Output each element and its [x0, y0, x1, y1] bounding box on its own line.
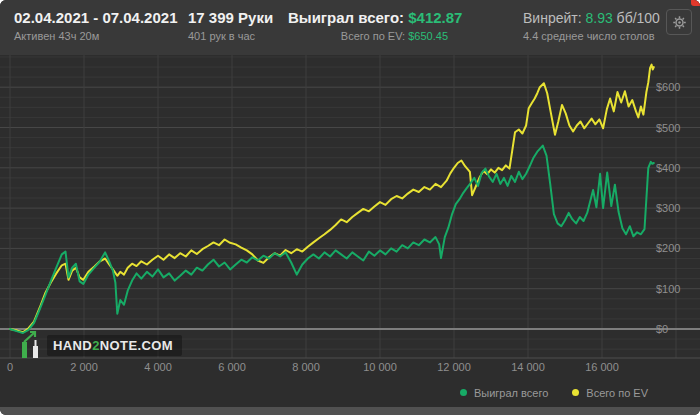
date-range-block: 02.04.2021 - 07.04.2021 Активен 43ч 20м [14, 9, 177, 44]
won-value: $412.87 [408, 9, 462, 26]
settings-button[interactable] [666, 9, 692, 35]
hand2note-logo: HAND2NOTE.COM [20, 329, 182, 361]
y-tick-label: $0 [656, 323, 668, 335]
x-tick-label: 0 [7, 361, 13, 373]
winrate-unit: бб/100 [613, 10, 660, 26]
ev-total: Всего по EV: $650.45 [288, 29, 448, 44]
hands-total: 17 399 Руки [188, 9, 273, 27]
winrate-label: Винрейт: [523, 10, 585, 26]
stats-header: 02.04.2021 - 07.04.2021 Активен 43ч 20м … [0, 0, 700, 55]
won-total: Выиграл всего: $412.87 [288, 9, 448, 27]
x-tick-label: 16 000 [585, 361, 619, 373]
date-range: 02.04.2021 - 07.04.2021 [14, 9, 177, 27]
x-tick-label: 4 000 [144, 361, 172, 373]
legend-dot-yellow [572, 389, 579, 396]
y-tick-label: $500 [656, 122, 680, 134]
winrate-block: Винрейт: 8.93 бб/100 4.4 среднее число с… [523, 9, 660, 44]
active-time: Активен 43ч 20м [14, 29, 177, 44]
bottom-scrollbar[interactable] [0, 407, 700, 415]
chart-legend: Выиграл всего Всего по EV [0, 378, 700, 407]
hands-per-hour: 401 рук в час [188, 29, 273, 44]
chart-area[interactable]: 02 0004 0006 0008 00010 00012 00014 0001… [0, 55, 700, 378]
x-tick-label: 8 000 [292, 361, 320, 373]
y-tick-label: $200 [656, 242, 680, 254]
hand2note-logo-text: HAND2NOTE.COM [47, 335, 182, 356]
winnings-block: Выиграл всего: $412.87 Всего по EV: $650… [288, 9, 448, 44]
x-tick-label: 12 000 [437, 361, 471, 373]
legend-item-won[interactable]: Выиграл всего [460, 387, 548, 399]
series-line-0 [10, 146, 654, 333]
legend-dot-green [460, 389, 467, 396]
ev-label: Всего по EV: [341, 30, 408, 42]
logo-pre: HAND [53, 338, 92, 353]
x-tick-label: 2 000 [70, 361, 98, 373]
y-tick-label: $300 [656, 202, 680, 214]
y-tick-label: $600 [656, 81, 680, 93]
x-tick-label: 6 000 [218, 361, 246, 373]
legend-label-ev: Всего по EV [586, 387, 648, 399]
avg-tables: 4.4 среднее число столов [523, 29, 660, 44]
y-tick-label: $100 [656, 283, 680, 295]
winrate-value: 8.93 [585, 10, 612, 26]
y-tick-label: $400 [656, 162, 680, 174]
hand2note-logo-icon [20, 329, 42, 361]
close-icon[interactable] [691, 0, 700, 6]
logo-post: NOTE.COM [100, 338, 173, 353]
hand2note-graph-window: 02.04.2021 - 07.04.2021 Активен 43ч 20м … [0, 0, 700, 415]
ev-value: $650.45 [408, 30, 448, 42]
logo-mid: 2 [92, 338, 100, 353]
winrate: Винрейт: 8.93 бб/100 [523, 9, 660, 27]
won-label: Выиграл всего: [288, 9, 408, 26]
gear-icon [672, 15, 687, 30]
legend-item-ev[interactable]: Всего по EV [572, 387, 648, 399]
x-tick-label: 10 000 [363, 361, 397, 373]
x-tick-label: 14 000 [511, 361, 545, 373]
legend-label-won: Выиграл всего [474, 387, 548, 399]
hands-block: 17 399 Руки 401 рук в час [188, 9, 273, 44]
